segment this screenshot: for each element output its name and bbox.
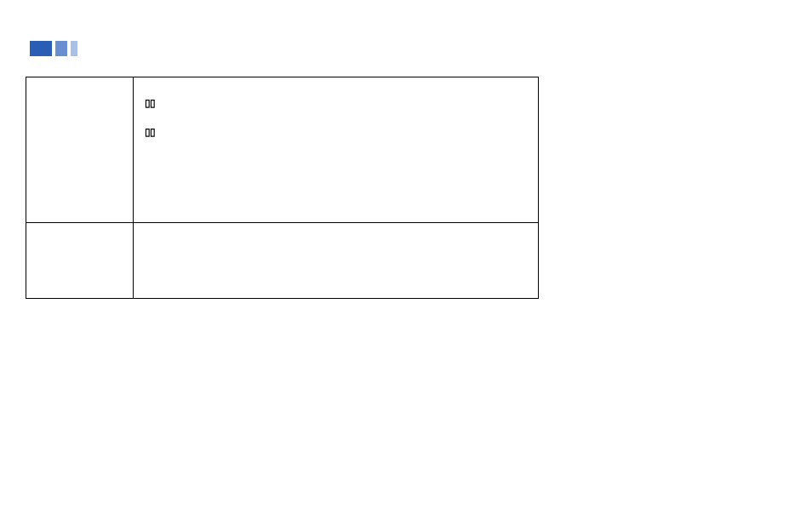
table-row — [26, 77, 539, 223]
table-row — [26, 223, 539, 299]
table-cell-r2c2 — [134, 223, 539, 299]
table-cell-r1c2 — [134, 77, 539, 223]
brand-bar-1 — [30, 41, 52, 56]
table-cell-r2c1 — [26, 223, 134, 299]
brand-bar-2 — [55, 41, 67, 56]
document-page: ▯▯ ▯▯ — [0, 0, 812, 527]
spec-table — [26, 77, 539, 299]
brand-bar-3 — [71, 41, 77, 56]
dolby-icon: ▯▯ — [145, 126, 155, 138]
dolby-icon: ▯▯ — [145, 97, 155, 109]
brand-bars — [30, 41, 77, 56]
table-cell-r1c1 — [26, 77, 134, 223]
